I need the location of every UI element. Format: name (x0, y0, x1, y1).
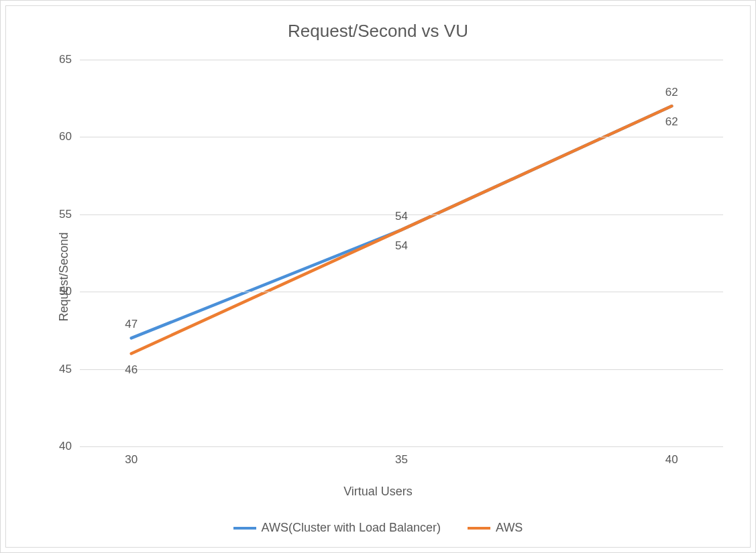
data-label: 47 (125, 318, 138, 331)
grid-line (80, 60, 723, 60)
grid-line (80, 137, 723, 137)
series-line (131, 106, 672, 353)
chart-container: Request/Second vs VU Request/Second Virt… (0, 0, 756, 553)
data-label: 62 (665, 115, 678, 129)
legend-item: AWS(Cluster with Load Balancer) (233, 521, 441, 535)
chart-title: Request/Second vs VU (6, 21, 750, 42)
y-tick-label: 45 (53, 363, 80, 376)
y-axis-label: Request/Second (57, 232, 71, 321)
plot-area: 404550556065303540475462465462 (80, 60, 723, 446)
legend-label: AWS (496, 521, 523, 535)
grid-line (80, 292, 723, 292)
x-axis-label: Virtual Users (6, 485, 750, 499)
legend-swatch (233, 527, 256, 530)
legend: AWS(Cluster with Load Balancer)AWS (6, 521, 750, 535)
chart-lines-svg (80, 60, 723, 446)
data-label: 62 (665, 86, 678, 99)
y-tick-label: 40 (53, 440, 80, 453)
y-tick-label: 55 (53, 208, 80, 221)
legend-item: AWS (468, 521, 523, 535)
chart-inner-border: Request/Second vs VU Request/Second Virt… (5, 5, 751, 548)
data-label: 54 (395, 239, 408, 253)
y-tick-label: 60 (53, 130, 80, 143)
y-tick-label: 65 (53, 53, 80, 66)
y-tick-label: 50 (53, 285, 80, 298)
x-tick-label: 35 (395, 446, 408, 467)
legend-label: AWS(Cluster with Load Balancer) (262, 521, 441, 535)
x-tick-label: 30 (125, 446, 138, 467)
legend-swatch (468, 527, 490, 530)
data-label: 46 (125, 363, 138, 377)
grid-line (80, 369, 723, 370)
x-tick-label: 40 (665, 446, 678, 467)
data-label: 54 (395, 210, 408, 223)
